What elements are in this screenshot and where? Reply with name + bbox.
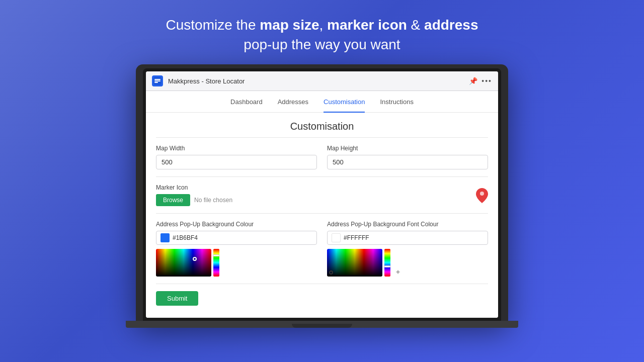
svg-rect-1 — [154, 79, 160, 80]
map-size-row: Map Width Map Height — [156, 137, 488, 176]
hue-thumb-left — [213, 254, 219, 256]
browser-actions: 📌 ••• — [469, 77, 492, 85]
address-font-colour-group: Address Pop-Up Background Font Colour — [327, 221, 488, 277]
app-content: Dashboard Addresses Customisation Instru… — [146, 91, 498, 318]
nav-tabs: Dashboard Addresses Customisation Instru… — [146, 91, 498, 113]
tab-dashboard[interactable]: Dashboard — [230, 98, 263, 113]
address-bg-colour-swatch[interactable] — [160, 233, 170, 242]
map-height-input[interactable] — [327, 155, 488, 169]
laptop-shell: Makkpress - Store Locator 📌 ••• Dashboar… — [136, 64, 508, 321]
marker-icon-left: Marker Icon Browse No file chosen — [156, 184, 466, 206]
address-bg-colour-picker — [156, 249, 317, 277]
svg-point-4 — [480, 192, 484, 196]
color-row: Address Pop-Up Background Colour — [156, 213, 488, 284]
headline: Customize the map size, marker icon & ad… — [166, 15, 478, 54]
address-font-colour-input-row — [327, 231, 488, 245]
browser-title: Makkpress - Store Locator — [168, 77, 464, 85]
colour-cursor-right — [329, 270, 333, 275]
colour-gradient-left[interactable] — [156, 249, 211, 277]
app-icon — [152, 75, 163, 86]
colour-cursor-left — [193, 257, 197, 261]
address-font-colour-label: Address Pop-Up Background Font Colour — [327, 221, 488, 228]
browse-button[interactable]: Browse — [156, 194, 190, 206]
address-font-colour-hex[interactable] — [344, 234, 484, 241]
svg-rect-3 — [154, 82, 158, 83]
svg-rect-2 — [154, 80, 160, 81]
colour-gradient-right[interactable] — [327, 249, 382, 277]
file-input-group: Browse No file chosen — [156, 194, 466, 206]
tab-addresses[interactable]: Addresses — [278, 98, 308, 113]
browser-chrome: Makkpress - Store Locator 📌 ••• — [146, 71, 498, 91]
map-width-label: Map Width — [156, 145, 317, 152]
map-height-group: Map Height — [327, 145, 488, 169]
page-title: Customisation — [146, 113, 498, 137]
address-bg-colour-group: Address Pop-Up Background Colour — [156, 221, 317, 277]
marker-icon-label: Marker Icon — [156, 184, 466, 191]
pin-icon[interactable]: 📌 — [469, 77, 477, 85]
marker-icon-row: Marker Icon Browse No file chosen — [156, 176, 488, 213]
crosshair-icon: ＋ — [394, 267, 401, 277]
map-height-label: Map Height — [327, 145, 488, 152]
file-chosen-label: No file chosen — [194, 197, 232, 204]
map-width-group: Map Width — [156, 145, 317, 169]
laptop-notch — [292, 324, 352, 328]
colour-hue-bar-left[interactable] — [213, 249, 219, 277]
address-bg-colour-hex[interactable] — [173, 234, 312, 241]
address-font-colour-picker: ＋ — [327, 249, 488, 277]
address-bg-colour-input-row — [156, 231, 317, 245]
address-font-colour-swatch[interactable] — [332, 233, 341, 242]
colour-picker-spacer-left — [221, 249, 317, 277]
laptop-bottom — [126, 321, 518, 328]
tab-customisation[interactable]: Customisation — [324, 98, 365, 113]
submit-row: Submit — [156, 284, 488, 308]
hue-thumb-right — [384, 265, 390, 267]
map-width-input[interactable] — [156, 155, 317, 169]
form-container: Map Width Map Height Marker Icon — [146, 137, 498, 318]
more-menu-icon[interactable]: ••• — [481, 77, 492, 85]
tab-instructions[interactable]: Instructions — [380, 98, 413, 113]
map-pin-icon — [476, 188, 488, 203]
headline-line1: Customize the map size, marker icon & ad… — [166, 17, 478, 33]
headline-line2: pop-up the way you want — [244, 37, 400, 52]
submit-button[interactable]: Submit — [156, 291, 198, 306]
screen-bezel: Makkpress - Store Locator 📌 ••• Dashboar… — [143, 68, 501, 321]
marker-icon-right — [476, 184, 488, 203]
colour-hue-bar-right[interactable] — [384, 249, 390, 277]
laptop-screen: Makkpress - Store Locator 📌 ••• Dashboar… — [146, 71, 498, 318]
address-bg-colour-label: Address Pop-Up Background Colour — [156, 221, 317, 228]
